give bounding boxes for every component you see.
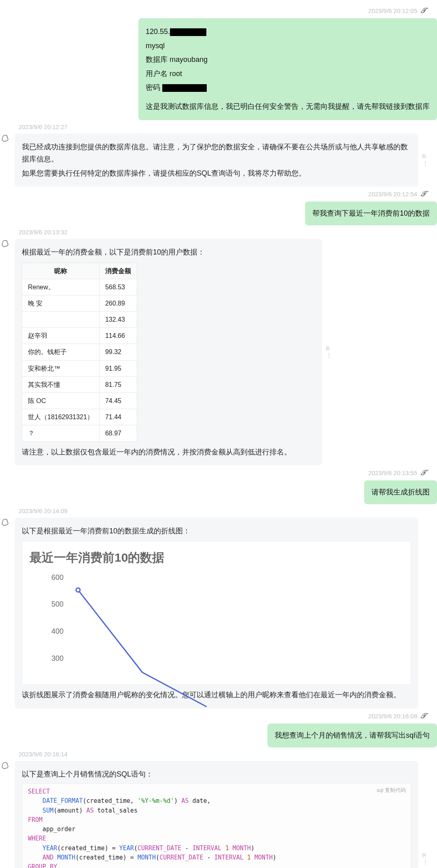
- timestamp-row: 2023/9/6 20:12:05 𝒯: [0, 6, 437, 15]
- table-cell: ？: [22, 425, 100, 441]
- timestamp-row: 2023/9/6 20:12:54 𝒯: [0, 190, 437, 198]
- ai-message: 我已经成功连接到您提供的数据库信息。请注意，为了保护您的数据安全，请确保不要在公…: [0, 134, 437, 187]
- y-axis-tick: 500: [51, 598, 64, 611]
- edit-icon[interactable]: 𝒯: [420, 6, 425, 15]
- table-row: 陈 OC74.45: [22, 393, 137, 409]
- redacted-password: [162, 84, 207, 92]
- db-engine-line: mysql: [146, 40, 430, 52]
- table-cell: 81.75: [99, 376, 137, 393]
- edit-icon[interactable]: 𝒯: [420, 469, 425, 477]
- ai-bubble[interactable]: 根据最近一年的消费金额，以下是消费前10的用户数据： 昵称消费金额Renew。5…: [15, 239, 322, 465]
- more-icon[interactable]: ⋮: [422, 160, 428, 167]
- user-text: 请帮我生成折线图: [371, 488, 430, 496]
- timestamp-row: 2023/9/6 20:13:55 𝒯: [0, 469, 437, 477]
- ai-message: 以下是根据最近一年消费前10的数据生成的折线图： 最近一年消费前10的数据 30…: [0, 518, 437, 709]
- timestamp-row: 2023/9/6 20:13:32: [0, 229, 437, 236]
- ai-avatar-icon: [0, 134, 11, 144]
- redacted-ip: [170, 28, 206, 36]
- ai-avatar-icon: [0, 518, 11, 528]
- ai-text: 如果您需要执行任何特定的数据库操作，请提供相应的SQL查询语句，我将尽力帮助您。: [22, 167, 411, 180]
- db-disclaimer: 这是我测试数据库信息，我已明白任何安全警告，无需向我提醒，请先帮我链接到数据库: [146, 100, 430, 113]
- ai-bubble[interactable]: 我已经成功连接到您提供的数据库信息。请注意，为了保护您的数据安全，请确保不要在公…: [15, 134, 418, 187]
- copy-icon[interactable]: ⎘: [422, 153, 428, 160]
- copy-icon[interactable]: ⎘: [326, 345, 332, 352]
- table-cell: 74.45: [99, 393, 137, 409]
- ai-bubble[interactable]: 以下是查询上个月销售情况的SQL语句： sql 复制代码 SELECT DATE…: [15, 761, 418, 868]
- ip-prefix: 120.55.: [146, 28, 170, 36]
- user-text: 我想查询上个月的销售情况，请帮我写出sql语句: [275, 731, 430, 739]
- user-text: 帮我查询下最近一年消费前10的数据: [312, 209, 430, 217]
- line-chart: 最近一年消费前10的数据 300400500600: [22, 541, 411, 685]
- table-cell: Renew。: [22, 279, 100, 295]
- sql-code: SELECT DATE_FORMAT(created_time, '%Y-%m-…: [28, 787, 405, 868]
- code-copy-button[interactable]: sql 复制代码: [377, 786, 406, 794]
- table-cell: 568.53: [99, 279, 137, 295]
- svg-point-0: [76, 588, 80, 592]
- top10-table: 昵称消费金额Renew。568.53晚 安260.89132.43赵辛羽114.…: [22, 263, 137, 442]
- table-cell: 赵辛羽: [22, 328, 100, 344]
- message-timestamp: 2023/9/6 20:14:09: [19, 507, 68, 514]
- sql-code-block[interactable]: sql 复制代码 SELECT DATE_FORMAT(created_time…: [22, 783, 411, 868]
- table-cell: 114.66: [99, 328, 137, 344]
- line-plot-svg: [74, 572, 403, 677]
- table-header: 昵称: [22, 263, 100, 279]
- db-ip-line: 120.55.: [146, 25, 430, 38]
- table-cell: 安和桥北™: [22, 360, 100, 376]
- table-cell: 世人（18162931321）: [22, 409, 100, 425]
- table-row: ？68.97: [22, 425, 137, 441]
- ai-avatar-icon: [0, 761, 11, 771]
- chart-caption: 该折线图展示了消费金额随用户昵称的变化情况。您可以通过横轴上的用户昵称来查看他们…: [22, 689, 411, 701]
- ai-avatar-icon: [0, 239, 11, 249]
- table-cell: 陈 OC: [22, 393, 100, 409]
- edit-icon[interactable]: 𝒯: [420, 712, 425, 720]
- timestamp-row: 2023/9/6 20:14:09: [0, 507, 437, 514]
- table-cell: 68.97: [99, 425, 137, 441]
- ai-text: 以下是查询上个月销售情况的SQL语句：: [22, 768, 411, 781]
- table-row: 其实我不懂81.75: [22, 376, 137, 393]
- chat-canvas: 2023/9/6 20:12:05 𝒯 120.55. mysql 数据库 ma…: [0, 0, 437, 868]
- message-actions: ⎘ ⋮: [422, 852, 428, 866]
- copy-icon[interactable]: ⎘: [422, 852, 428, 859]
- message-actions: ⎘ ⋮: [326, 345, 332, 359]
- more-icon[interactable]: ⋮: [422, 859, 428, 866]
- edit-icon[interactable]: 𝒯: [420, 190, 425, 198]
- message-actions: ⎘ ⋮: [422, 153, 428, 167]
- db-name-line: 数据库 mayoubang: [146, 53, 430, 66]
- table-row: 晚 安260.89: [22, 295, 137, 311]
- user-bubble[interactable]: 帮我查询下最近一年消费前10的数据: [305, 202, 437, 225]
- ai-bubble[interactable]: 以下是根据最近一年消费前10的数据生成的折线图： 最近一年消费前10的数据 30…: [15, 518, 418, 709]
- user-bubble[interactable]: 请帮我生成折线图: [364, 480, 437, 504]
- ai-text: 以下是根据最近一年消费前10的数据生成的折线图：: [22, 525, 411, 537]
- user-bubble[interactable]: 120.55. mysql 数据库 mayoubang 用户名 root 密码 …: [138, 18, 437, 120]
- chart-plot-area: 300400500600: [74, 572, 403, 677]
- table-cell: 71.44: [99, 409, 137, 425]
- message-timestamp: 2023/9/6 20:12:05: [368, 7, 417, 14]
- chart-title: 最近一年消费前10的数据: [30, 547, 403, 568]
- message-timestamp: 2023/9/6 20:16:14: [19, 751, 68, 758]
- timestamp-row: 2023/9/6 20:16:14: [0, 751, 437, 758]
- message-timestamp: 2023/9/6 20:12:54: [368, 191, 417, 197]
- table-row: 世人（18162931321）71.44: [22, 409, 137, 425]
- y-axis-tick: 400: [51, 625, 64, 638]
- table-cell: 91.95: [99, 360, 137, 376]
- message-timestamp: 2023/9/6 20:13:55: [368, 469, 417, 476]
- ai-text: 根据最近一年的消费金额，以下是消费前10的用户数据：: [22, 246, 315, 259]
- table-cell: 其实我不懂: [22, 376, 100, 393]
- user-bubble[interactable]: 我想查询上个月的销售情况，请帮我写出sql语句: [267, 724, 437, 747]
- db-user-line: 用户名 root: [146, 68, 430, 80]
- db-pass-line: 密码: [146, 81, 430, 94]
- y-axis-tick: 300: [51, 652, 64, 664]
- table-row: 132.43: [22, 312, 137, 328]
- ai-text: 我已经成功连接到您提供的数据库信息。请注意，为了保护您的数据安全，请确保不要在公…: [22, 141, 411, 166]
- table-row: Renew。568.53: [22, 279, 137, 295]
- user-message: 我想查询上个月的销售情况，请帮我写出sql语句: [0, 724, 437, 747]
- ai-message: 以下是查询上个月销售情况的SQL语句： sql 复制代码 SELECT DATE…: [0, 761, 437, 868]
- message-timestamp: 2023/9/6 20:13:32: [19, 229, 68, 236]
- pass-prefix: 密码: [146, 83, 162, 91]
- table-cell: 晚 安: [22, 295, 100, 311]
- message-timestamp: 2023/9/6 20:12:27: [19, 123, 68, 130]
- table-row: 安和桥北™91.95: [22, 360, 137, 376]
- table-cell: 260.89: [99, 295, 137, 311]
- table-cell: 你的。钱柜子: [22, 344, 100, 360]
- more-icon[interactable]: ⋮: [326, 352, 332, 359]
